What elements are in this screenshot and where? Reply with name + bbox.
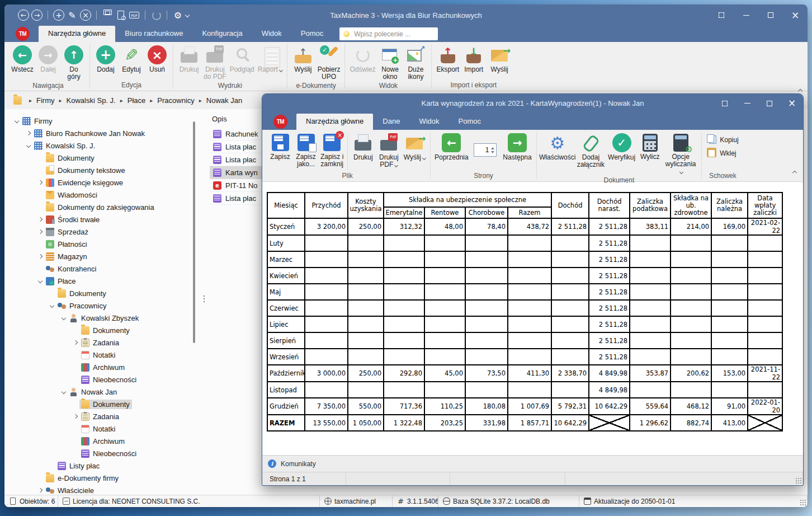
tab-konfiguracja[interactable]: Konfiguracja bbox=[192, 26, 252, 42]
tree-item-zadania[interactable]: Zadania bbox=[10, 336, 196, 349]
child-fullscreen-button[interactable] bbox=[714, 94, 736, 112]
tree-item-kontrahenci[interactable]: Kontrahenci bbox=[10, 262, 196, 275]
kopiuj-button[interactable]: Kopiuj bbox=[705, 133, 740, 145]
tree-item-środki-trwałe[interactable]: Środki trwałe bbox=[10, 213, 196, 226]
tree-item-dokumenty[interactable]: Dokumenty bbox=[10, 324, 196, 336]
tree-item-archiwum[interactable]: Archiwum bbox=[10, 435, 196, 447]
collapse-chevron-icon[interactable] bbox=[36, 279, 44, 283]
list-item-pit-11-no[interactable]: PIT-11 No bbox=[210, 179, 266, 192]
print-button[interactable] bbox=[102, 10, 113, 21]
tree-item-dokumenty-do-zaksięgowania[interactable]: Dokumenty do zaksięgowania bbox=[10, 201, 196, 213]
drukuj-pdf-button[interactable]: Drukuj PDF bbox=[376, 132, 402, 170]
messages-bar[interactable]: i Komunikaty bbox=[262, 455, 803, 472]
wklej-button[interactable]: Wklej bbox=[705, 147, 738, 158]
collapse-chevron-icon[interactable] bbox=[59, 390, 68, 393]
child-tab-dane[interactable]: Dane bbox=[373, 114, 409, 130]
app-logo[interactable]: TM bbox=[273, 115, 287, 129]
tree-item-e-dokumenty-firmy[interactable]: e-Dokumenty firmy bbox=[10, 472, 196, 484]
tab-widok[interactable]: Widok bbox=[252, 26, 291, 42]
forward-button[interactable] bbox=[31, 10, 43, 21]
app-logo[interactable]: TM bbox=[16, 27, 30, 41]
child-tab-widok[interactable]: Widok bbox=[409, 114, 449, 130]
expand-chevron-icon[interactable] bbox=[36, 255, 44, 258]
tree-item-firmy[interactable]: Firmy bbox=[10, 115, 196, 127]
drukuj-do-pdf-button[interactable]: Drukuj do PDF bbox=[202, 44, 228, 82]
collapse-chevron-icon[interactable] bbox=[48, 304, 56, 307]
drukuj-button[interactable]: Drukuj bbox=[350, 132, 376, 162]
expand-chevron-icon[interactable] bbox=[36, 489, 44, 492]
zapisz-i-zamknij-button[interactable]: Zapisz i zamknij bbox=[319, 132, 345, 169]
collapse-chevron-icon[interactable] bbox=[24, 144, 32, 147]
wyślij-button[interactable]: Wyślij bbox=[487, 44, 512, 74]
tree-item-pracownicy[interactable]: Pracownicy bbox=[10, 299, 196, 312]
child-tab-pomoc[interactable]: Pomoc bbox=[449, 114, 490, 130]
tree-item-nieobecności[interactable]: Nieobecności bbox=[10, 447, 196, 459]
fullscreen-button[interactable] bbox=[709, 4, 734, 26]
tree-item-listy-płac[interactable]: Listy płac bbox=[10, 459, 196, 472]
weryfikuj-button[interactable]: Weryfikuj bbox=[606, 132, 637, 162]
tree-item-biuro-rachunkowe-jan-nowak[interactable]: Biuro Rachunkowe Jan Nowak bbox=[10, 127, 196, 139]
tree-item-płatności[interactable]: Płatności bbox=[10, 238, 196, 250]
następna-button[interactable]: Następna bbox=[501, 132, 533, 162]
gear-button[interactable] bbox=[172, 10, 189, 21]
collapse-chevron-icon[interactable] bbox=[12, 119, 21, 123]
back-button[interactable] bbox=[18, 10, 29, 21]
list-item-lista-płac[interactable]: Lista płac bbox=[210, 153, 266, 166]
wstecz-button[interactable]: Wstecz bbox=[10, 44, 35, 74]
tree-scrollbar[interactable] bbox=[193, 121, 195, 343]
pobierz-upo-button[interactable]: Pobierz UPO bbox=[316, 44, 342, 82]
edytuj-button[interactable]: Edytuj bbox=[119, 44, 144, 74]
add-button[interactable] bbox=[53, 10, 64, 21]
breadcrumb-firmy[interactable]: Firmy bbox=[36, 96, 55, 105]
breadcrumb-kowalski-sp-j[interactable]: Kowalski Sp. J. bbox=[67, 96, 116, 105]
tree-item-magazyn[interactable]: Magazyn bbox=[10, 250, 196, 262]
wyślij-button[interactable]: Wyślij bbox=[402, 132, 427, 162]
opcje-wyliczania-button[interactable]: Opcje wyliczania bbox=[663, 132, 698, 176]
list-item-karta-wyn[interactable]: Karta wyn bbox=[210, 166, 266, 179]
child-maximize-button[interactable] bbox=[758, 94, 781, 112]
expand-chevron-icon[interactable] bbox=[71, 415, 79, 418]
minimize-button[interactable] bbox=[734, 4, 758, 26]
expand-chevron-icon[interactable] bbox=[24, 132, 32, 135]
expand-chevron-icon[interactable] bbox=[36, 218, 44, 221]
eksport-button[interactable]: Eksport bbox=[435, 44, 461, 74]
breadcrumb-pracownicy[interactable]: Pracownicy bbox=[157, 96, 194, 105]
usuń-button[interactable]: Usuń bbox=[144, 44, 170, 74]
child-minimize-button[interactable] bbox=[736, 94, 758, 112]
command-search-input[interactable] bbox=[353, 30, 434, 39]
zapisz-button[interactable]: Zapisz bbox=[267, 132, 293, 162]
breadcrumb-płace[interactable]: Płace bbox=[128, 96, 146, 105]
child-ribbon-collapse-button[interactable] bbox=[793, 167, 796, 177]
close-button[interactable]: × bbox=[783, 4, 808, 26]
tree-item-dokumenty[interactable]: Dokumenty bbox=[10, 398, 196, 410]
expand-chevron-icon[interactable] bbox=[71, 341, 79, 344]
poprzednia-button[interactable]: Poprzednia bbox=[433, 132, 469, 162]
właściwości-button[interactable]: Właściwości bbox=[540, 132, 575, 162]
pdf-button[interactable] bbox=[129, 10, 140, 21]
tree-item-notatki[interactable]: Notatki bbox=[10, 349, 196, 361]
do-góry-button[interactable]: Do góry bbox=[61, 44, 87, 82]
expand-chevron-icon[interactable] bbox=[36, 181, 44, 184]
raport-button[interactable]: Raport bbox=[256, 44, 284, 74]
child-close-button[interactable]: × bbox=[781, 94, 803, 112]
zapisz-jako-button[interactable]: Zapisz jako... bbox=[293, 132, 319, 169]
list-item-rachunek[interactable]: Rachunek bbox=[210, 128, 266, 140]
page-number-spinner[interactable]: 1 bbox=[474, 143, 497, 157]
edit-button[interactable] bbox=[67, 10, 78, 21]
expand-chevron-icon[interactable] bbox=[36, 230, 44, 233]
list-item-lista-płac[interactable]: Lista płac bbox=[210, 140, 266, 153]
tree-item-dokumenty[interactable]: Dokumenty bbox=[10, 152, 196, 164]
breadcrumb-nowak-jan[interactable]: Nowak Jan bbox=[206, 96, 242, 105]
tree-item-zadania[interactable]: Zadania bbox=[10, 410, 196, 423]
tree-item-nowak-jan[interactable]: Nowak Jan bbox=[10, 386, 196, 398]
list-item-lista-płac[interactable]: Lista płac bbox=[210, 192, 266, 205]
tree-item-kowalski-zbyszek[interactable]: Kowalski Zbyszek bbox=[10, 312, 196, 324]
dodaj-załącznik-button[interactable]: Dodaj załącznik bbox=[575, 132, 606, 170]
nowe-okno-button[interactable]: Nowe okno bbox=[377, 44, 403, 82]
duże-ikony-button[interactable]: Duże ikony bbox=[403, 44, 428, 82]
import-button[interactable]: Import bbox=[461, 44, 487, 74]
spin-down-icon[interactable] bbox=[491, 151, 494, 153]
tab-biuro-rachunkowe[interactable]: Biuro rachunkowe bbox=[115, 26, 192, 42]
dodaj-button[interactable]: Dodaj bbox=[93, 44, 119, 74]
podgląd-button[interactable]: Podgląd bbox=[228, 44, 256, 74]
